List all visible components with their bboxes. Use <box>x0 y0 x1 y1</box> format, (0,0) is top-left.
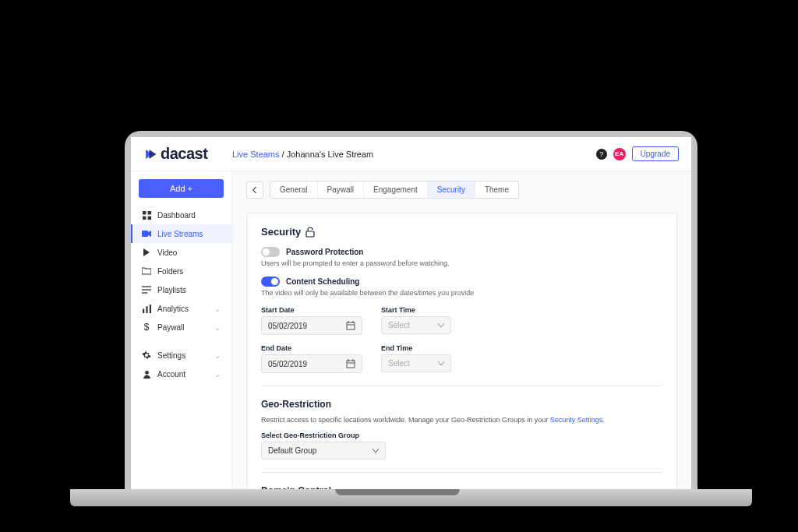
start-date-label: Start Date <box>261 306 362 314</box>
tab-security[interactable]: Security <box>428 181 475 198</box>
sidebar-item-video[interactable]: Video <box>131 243 231 262</box>
add-button[interactable]: Add + <box>139 179 224 198</box>
folder-icon <box>142 266 151 276</box>
sidebar-item-label: Dashboard <box>157 211 196 220</box>
content-scheduling-toggle[interactable] <box>261 277 280 287</box>
end-date-input[interactable]: 05/02/2019 <box>261 354 362 373</box>
dollar-icon: $ <box>142 322 151 332</box>
svg-rect-10 <box>149 305 150 313</box>
sidebar-item-label: Playlists <box>157 286 186 294</box>
chevron-down-icon <box>438 361 444 366</box>
svg-rect-2 <box>143 216 146 219</box>
sidebar-item-paywall[interactable]: $ Paywall ⌄ <box>131 318 231 336</box>
help-icon[interactable]: ? <box>596 149 607 160</box>
password-protection-label: Password Protection <box>286 248 363 256</box>
calendar-icon <box>346 321 355 330</box>
playlist-icon <box>142 285 151 294</box>
play-icon <box>142 248 151 257</box>
sidebar-item-label: Folders <box>157 267 183 276</box>
lock-icon <box>305 227 315 238</box>
page-title: Security <box>261 226 662 238</box>
svg-rect-4 <box>142 231 148 237</box>
chevron-down-icon <box>373 449 379 453</box>
security-settings-link[interactable]: Security Settings <box>550 416 603 424</box>
sidebar-item-account[interactable]: Account ⌄ <box>131 365 231 383</box>
password-helper: Users will be prompted to enter a passwo… <box>261 259 662 267</box>
tab-paywall[interactable]: Paywall <box>318 181 364 198</box>
sidebar-item-folders[interactable]: Folders <box>131 262 231 280</box>
svg-rect-12 <box>306 231 314 237</box>
breadcrumb-current: Johanna's Live Stream <box>287 150 374 159</box>
sidebar-item-label: Paywall <box>157 323 184 332</box>
sidebar: Add + Dashboard Live Streams Video Folde… <box>131 171 232 489</box>
sidebar-item-playlists[interactable]: Playlists <box>131 280 231 299</box>
chart-icon <box>142 304 151 313</box>
user-icon <box>142 369 151 379</box>
gear-icon <box>142 351 151 360</box>
chevron-down-icon <box>438 323 444 328</box>
chevron-down-icon: ⌄ <box>214 370 221 379</box>
svg-rect-9 <box>146 306 147 313</box>
chevron-left-icon <box>252 187 258 193</box>
sidebar-item-label: Analytics <box>157 305 189 313</box>
main-content: General Paywall Engagement Security Them… <box>232 171 691 489</box>
sidebar-item-settings[interactable]: Settings ⌄ <box>131 346 231 365</box>
content-scheduling-label: Content Scheduling <box>286 277 359 286</box>
breadcrumb: Live Steams / Johanna's Live Stream <box>232 150 596 159</box>
svg-rect-3 <box>147 216 150 219</box>
chevron-down-icon: ⌄ <box>214 351 221 360</box>
password-protection-toggle[interactable] <box>261 247 280 257</box>
tab-engagement[interactable]: Engagement <box>364 181 428 198</box>
upgrade-button[interactable]: Upgrade <box>632 146 679 161</box>
geo-group-select[interactable]: Default Group <box>261 442 386 460</box>
start-time-label: Start Time <box>381 306 451 314</box>
dashboard-icon <box>142 210 151 220</box>
chevron-down-icon: ⌄ <box>214 323 221 332</box>
back-button[interactable] <box>246 181 263 199</box>
svg-rect-13 <box>347 322 355 329</box>
geo-group-label: Select Geo-Restriction Group <box>261 432 662 439</box>
start-date-input[interactable]: 05/02/2019 <box>261 316 362 335</box>
sidebar-item-label: Live Streams <box>157 230 203 238</box>
svg-rect-0 <box>143 211 146 214</box>
end-time-select[interactable]: Select <box>381 354 451 372</box>
logo-chevron-icon <box>143 147 157 161</box>
sidebar-item-analytics[interactable]: Analytics ⌄ <box>131 299 231 318</box>
tab-general[interactable]: General <box>270 181 318 198</box>
scheduling-helper: The video will only be available between… <box>261 289 662 297</box>
start-time-select[interactable]: Select <box>381 316 451 334</box>
end-time-label: End Time <box>381 344 451 352</box>
sidebar-item-label: Settings <box>157 351 185 360</box>
chevron-down-icon: ⌄ <box>214 305 221 313</box>
sidebar-item-live-streams[interactable]: Live Streams <box>131 224 231 243</box>
end-date-label: End Date <box>261 344 362 352</box>
camera-icon <box>142 229 151 238</box>
svg-rect-8 <box>143 308 144 313</box>
breadcrumb-parent[interactable]: Live Steams <box>232 150 280 159</box>
sidebar-item-label: Account <box>157 370 185 379</box>
tab-theme[interactable]: Theme <box>475 181 518 198</box>
sidebar-item-label: Video <box>157 248 177 257</box>
geo-restriction-title: Geo-Restriction <box>261 399 662 410</box>
tabs: General Paywall Engagement Security Them… <box>270 181 519 199</box>
avatar[interactable]: EA <box>613 148 626 160</box>
brand-logo: dacast <box>143 145 232 163</box>
sidebar-item-dashboard[interactable]: Dashboard <box>131 206 231 224</box>
calendar-icon <box>346 359 355 368</box>
svg-point-11 <box>145 370 149 374</box>
svg-rect-17 <box>347 361 355 368</box>
svg-rect-1 <box>147 211 150 214</box>
geo-restriction-desc: Restrict access to specific locations wo… <box>261 416 662 424</box>
